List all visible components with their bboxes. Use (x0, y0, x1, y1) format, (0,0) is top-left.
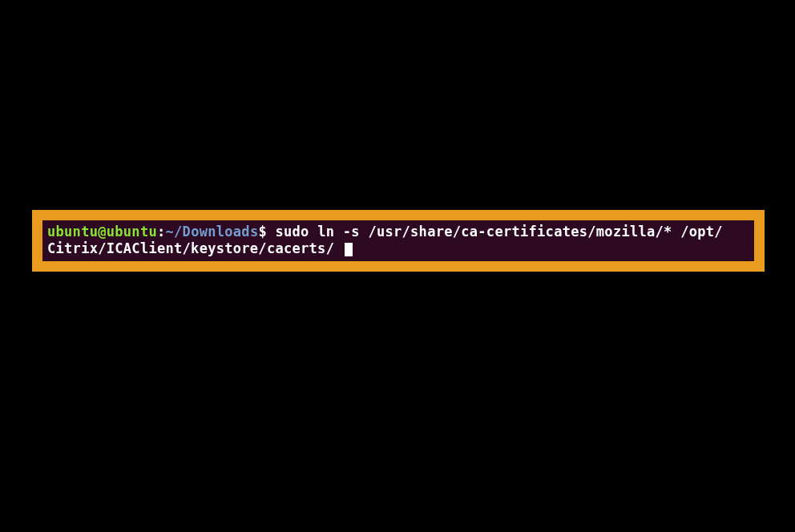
prompt-colon: : (157, 224, 166, 240)
prompt-dollar: $ (258, 224, 267, 240)
prompt-host: ubuntu (107, 224, 157, 240)
command-text-line2: Citrix/ICAClient/keystore/cacerts/ (47, 240, 343, 256)
prompt-line: ubuntu@ubuntu:~/Downloads$ sudo ln -s /u… (47, 224, 723, 240)
terminal-window[interactable]: ubuntu@ubuntu:~/Downloads$ sudo ln -s /u… (42, 220, 754, 261)
prompt-at: @ (98, 224, 107, 240)
command-text-line1: sudo ln -s /usr/share/ca-certificates/mo… (267, 224, 723, 240)
terminal-cursor (345, 243, 353, 256)
terminal-highlight-wrapper: ubuntu@ubuntu:~/Downloads$ sudo ln -s /u… (32, 210, 765, 272)
prompt-user: ubuntu (47, 224, 98, 240)
prompt-path: ~/Downloads (166, 224, 259, 240)
